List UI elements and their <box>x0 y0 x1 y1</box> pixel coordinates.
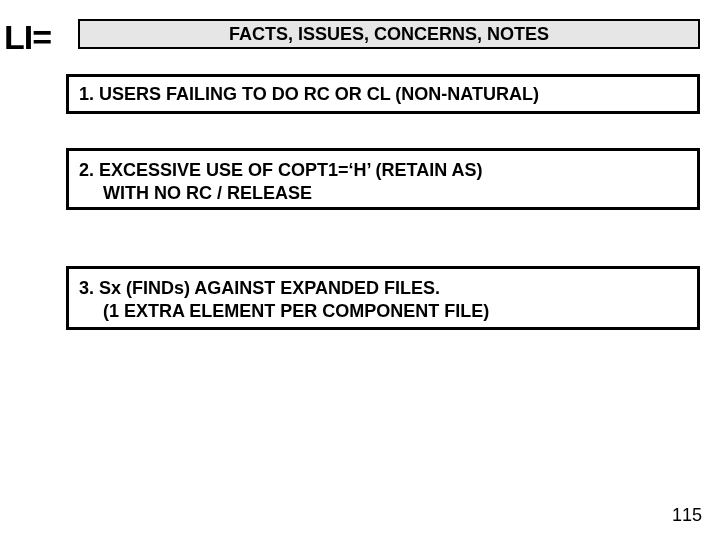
fact-box-2: 2. EXCESSIVE USE OF COPT1=‘H’ (RETAIN AS… <box>66 148 700 210</box>
slide: LI= FACTS, ISSUES, CONCERNS, NOTES 1. US… <box>0 0 720 540</box>
fact-box-3: 3. Sx (FINDs) AGAINST EXPANDED FILES. (1… <box>66 266 700 330</box>
fact-box-3-line2: (1 EXTRA ELEMENT PER COMPONENT FILE) <box>79 300 489 323</box>
fact-box-2-line2: WITH NO RC / RELEASE <box>79 182 312 205</box>
fact-box-3-line1: 3. Sx (FINDs) AGAINST EXPANDED FILES. <box>79 278 440 298</box>
fact-box-2-line1: 2. EXCESSIVE USE OF COPT1=‘H’ (RETAIN AS… <box>79 160 483 180</box>
title-bar: FACTS, ISSUES, CONCERNS, NOTES <box>78 19 700 49</box>
page-code-label: LI= <box>4 18 51 57</box>
fact-box-1: 1. USERS FAILING TO DO RC OR CL (NON-NAT… <box>66 74 700 114</box>
title-text: FACTS, ISSUES, CONCERNS, NOTES <box>229 24 549 45</box>
fact-box-1-text: 1. USERS FAILING TO DO RC OR CL (NON-NAT… <box>79 83 539 106</box>
page-number: 115 <box>672 505 702 526</box>
